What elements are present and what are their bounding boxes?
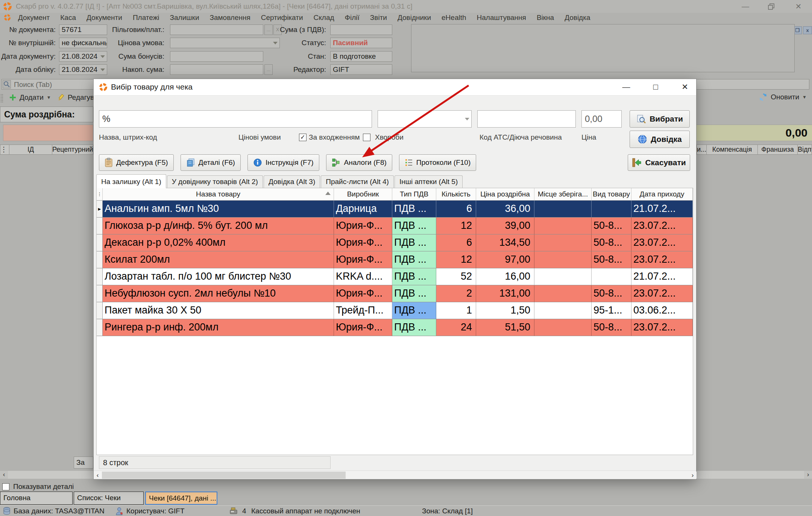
cell-r1-c4[interactable]: 39,00: [476, 218, 534, 234]
cell-r1-c1[interactable]: Юрия-Ф...: [334, 218, 392, 234]
menu-item-залишки[interactable]: Залишки: [170, 14, 199, 22]
cell-r4-c3[interactable]: 52: [436, 268, 476, 285]
details-button[interactable]: Деталі (F6): [181, 154, 241, 171]
cell-r1-c5[interactable]: [534, 218, 592, 234]
help-button[interactable]: Довідка: [630, 131, 690, 148]
cell-r3-c7[interactable]: 23.07.2...: [631, 251, 693, 268]
cell-r6-c4[interactable]: 1,50: [476, 302, 534, 319]
memo-box[interactable]: [411, 24, 795, 72]
price-input[interactable]: 0,00: [581, 110, 622, 128]
cell-r1-c3[interactable]: 12: [436, 218, 476, 234]
cell-r7-c4[interactable]: 51,50: [476, 319, 534, 336]
cell-r3-c3[interactable]: 12: [436, 251, 476, 268]
cell-r5-c5[interactable]: [534, 285, 592, 302]
cell-r5-c7[interactable]: 23.07.2...: [631, 285, 693, 302]
bg-grid-header-recipe[interactable]: Рецептурний: [52, 145, 93, 155]
scroll-right-icon[interactable]: ›: [689, 472, 697, 479]
cell-r5-c0[interactable]: Небуфлюзон сусп. 2мл небулы №10: [103, 285, 334, 302]
cell-r2-c6[interactable]: 50-8...: [592, 234, 631, 251]
row-marker[interactable]: [97, 302, 103, 319]
menu-item-довідники[interactable]: Довідники: [398, 14, 431, 22]
dialog-minimize-button[interactable]: —: [620, 81, 632, 93]
cell-r0-c7[interactable]: 21.07.2...: [631, 201, 693, 218]
cell-r4-c1[interactable]: KRKA d....: [334, 268, 392, 285]
menu-item-замовлення[interactable]: Замовлення: [210, 14, 250, 22]
cancel-button[interactable]: Скасувати: [628, 154, 690, 171]
bg-grid-header-franchise[interactable]: Франшиза: [757, 145, 798, 155]
cell-r5-c4[interactable]: 131,00: [476, 285, 534, 302]
menu-item-налаштування[interactable]: Налаштування: [477, 14, 526, 22]
cell-r6-c5[interactable]: [534, 302, 592, 319]
edit-button[interactable]: Редагуват: [57, 93, 93, 102]
bg-grid-header-compensation[interactable]: Компенсація: [706, 145, 758, 155]
menu-item-каса[interactable]: Каса: [60, 14, 76, 22]
column-header-5[interactable]: Місце зберіга...: [534, 188, 592, 201]
cell-r1-c2[interactable]: ПДВ ...: [392, 218, 436, 234]
bg-grid-header-id[interactable]: ІД: [9, 145, 52, 155]
cell-r2-c0[interactable]: Декасан р-р 0,02% 400мл: [103, 234, 334, 251]
cell-r0-c6[interactable]: [592, 201, 631, 218]
cell-r4-c5[interactable]: [534, 268, 592, 285]
dialog-tab-1[interactable]: У довіднику товарів (Alt 2): [167, 175, 263, 188]
cell-r4-c4[interactable]: 16,00: [476, 268, 534, 285]
dialog-tab-2[interactable]: Довідка (Alt 3): [264, 175, 320, 188]
cell-r0-c5[interactable]: [534, 201, 592, 218]
cell-r2-c4[interactable]: 134,50: [476, 234, 534, 251]
refresh-button[interactable]: Оновити ▼: [759, 93, 807, 102]
minimize-button[interactable]: —: [740, 2, 751, 11]
restore-button[interactable]: [766, 2, 777, 11]
cell-r0-c4[interactable]: 36,00: [476, 201, 534, 218]
scroll-right-icon[interactable]: ›: [804, 471, 812, 479]
row-marker[interactable]: ▸: [97, 201, 103, 218]
cell-r7-c2[interactable]: ПДВ ...: [392, 319, 436, 336]
close-button[interactable]: ✕: [793, 2, 804, 11]
column-header-6[interactable]: Вид товару: [592, 188, 631, 201]
bg-grid-header-partial[interactable]: и...: [697, 145, 707, 155]
menu-item-вікна[interactable]: Вікна: [537, 14, 554, 22]
show-details-checkbox[interactable]: [2, 483, 9, 490]
column-header-2[interactable]: Тип ПДВ: [392, 188, 436, 201]
menu-item-ehealth[interactable]: eHealth: [442, 14, 466, 22]
atc-code-input[interactable]: [477, 110, 576, 128]
cell-r3-c1[interactable]: Юрия-Ф...: [334, 251, 392, 268]
dialog-horizontal-scrollbar[interactable]: ‹ ›: [94, 470, 696, 479]
menu-item-довідка[interactable]: Довідка: [565, 14, 590, 22]
cell-r7-c5[interactable]: [534, 319, 592, 336]
column-header-3[interactable]: Кількість: [436, 188, 476, 201]
cell-r4-c6[interactable]: [592, 268, 631, 285]
column-header-1[interactable]: Виробник: [334, 188, 392, 201]
beneficiary-field[interactable]: [170, 24, 263, 35]
cell-r2-c7[interactable]: 23.07.2...: [631, 234, 693, 251]
cell-r3-c2[interactable]: ПДВ ...: [392, 251, 436, 268]
cell-r6-c0[interactable]: Пакет майка 30 Х 50: [103, 302, 334, 319]
row-marker[interactable]: [97, 268, 103, 285]
cell-r5-c1[interactable]: Юрия-Ф...: [334, 285, 392, 302]
product-search-input[interactable]: %: [99, 110, 372, 128]
cell-r4-c7[interactable]: 21.07.2...: [631, 268, 693, 285]
cell-r2-c5[interactable]: [534, 234, 592, 251]
task-tab-list[interactable]: Список: Чеки: [74, 492, 144, 505]
cell-r7-c0[interactable]: Рингера р-р инф. 200мл: [103, 319, 334, 336]
cell-r2-c1[interactable]: Юрия-Ф...: [334, 234, 392, 251]
cell-r4-c0[interactable]: Лозартан табл. п/о 100 мг блистер №30: [103, 268, 334, 285]
row-marker[interactable]: [97, 251, 103, 268]
cell-r1-c0[interactable]: Глюкоза р-р д/инф. 5% бут. 200 мл: [103, 218, 334, 234]
cell-r2-c2[interactable]: ПДВ ...: [392, 234, 436, 251]
dialog-tab-0[interactable]: На залишку (Alt 1): [96, 174, 166, 188]
bonus-field[interactable]: [170, 51, 263, 62]
add-button[interactable]: Додати ▼: [9, 93, 51, 102]
cell-r6-c3[interactable]: 1: [436, 302, 476, 319]
menu-item-документи[interactable]: Документи: [87, 14, 122, 22]
cell-r0-c0[interactable]: Анальгин амп. 5мл №30: [103, 201, 334, 218]
defectura-button[interactable]: Дефектура (F5): [99, 154, 174, 171]
entry-checkbox[interactable]: ✓: [299, 134, 307, 141]
price-conditions-combo[interactable]: [378, 110, 472, 128]
select-button[interactable]: Вибрати: [630, 110, 690, 128]
dialog-tab-3[interactable]: Прайс-листи (Alt 4): [321, 175, 394, 188]
column-header-4[interactable]: Ціна роздрібна: [476, 188, 534, 201]
cell-r6-c6[interactable]: 95-1...: [592, 302, 631, 319]
cell-r3-c5[interactable]: [534, 251, 592, 268]
cell-r1-c7[interactable]: 23.07.2...: [631, 218, 693, 234]
cell-r5-c6[interactable]: 50-8...: [592, 285, 631, 302]
task-tab-checks[interactable]: Чеки [64647], дані ...: [145, 492, 217, 505]
